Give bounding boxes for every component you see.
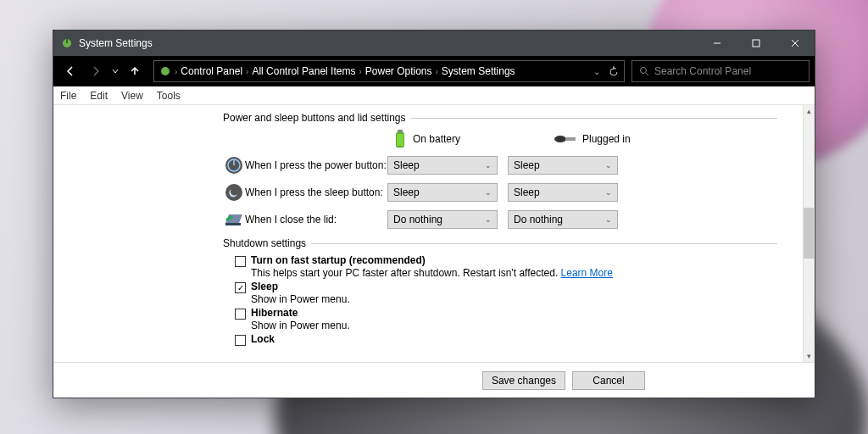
svg-line-8 xyxy=(646,73,648,75)
breadcrumb[interactable]: › Control Panel › All Control Panel Item… xyxy=(153,60,625,82)
chevron-down-icon: ⌄ xyxy=(485,215,492,224)
label-sleep: Sleep xyxy=(251,281,278,292)
link-learn-more[interactable]: Learn More xyxy=(561,267,613,279)
chevron-right-icon: › xyxy=(175,67,177,76)
scroll-thumb[interactable] xyxy=(804,208,814,259)
refresh-icon[interactable] xyxy=(609,66,619,76)
scroll-up-button[interactable]: ▴ xyxy=(804,105,815,117)
chevron-right-icon: › xyxy=(359,67,361,76)
save-button[interactable]: Save changes xyxy=(482,371,565,390)
menu-tools[interactable]: Tools xyxy=(157,90,181,102)
checkbox-sleep[interactable] xyxy=(235,282,246,293)
svg-rect-10 xyxy=(398,130,403,132)
menu-view[interactable]: View xyxy=(121,90,143,102)
svg-rect-1 xyxy=(66,39,68,43)
svg-rect-3 xyxy=(753,40,760,47)
menu-edit[interactable]: Edit xyxy=(90,90,108,102)
checkbox-lock[interactable] xyxy=(235,335,246,346)
window-title: System Settings xyxy=(79,37,153,49)
row-label-sleep: When I press the sleep button: xyxy=(245,186,387,198)
chevron-right-icon: › xyxy=(436,67,438,76)
desc-fast-startup: This helps start your PC faster after sh… xyxy=(251,267,558,279)
cancel-button[interactable]: Cancel xyxy=(572,371,645,390)
footer: Save changes Cancel xyxy=(53,362,815,398)
address-bar: › Control Panel › All Control Panel Item… xyxy=(53,56,815,86)
scrollbar[interactable]: ▴ ▾ xyxy=(803,105,815,362)
sleep-button-icon xyxy=(223,183,245,202)
chevron-down-icon[interactable]: ⌄ xyxy=(593,67,600,76)
menu-file[interactable]: File xyxy=(60,90,76,102)
crumb-3[interactable]: System Settings xyxy=(442,65,515,77)
select-power-plugged[interactable]: Sleep⌄ xyxy=(508,156,618,175)
chevron-down-icon: ⌄ xyxy=(605,188,612,197)
checkbox-hibernate[interactable] xyxy=(235,309,246,320)
select-lid-plugged[interactable]: Do nothing⌄ xyxy=(508,210,618,229)
chevron-down-icon: ⌄ xyxy=(485,161,492,170)
battery-icon xyxy=(392,129,408,149)
forward-button[interactable] xyxy=(84,59,108,83)
svg-point-12 xyxy=(554,136,566,142)
search-icon xyxy=(639,66,649,76)
power-button-icon xyxy=(223,156,245,175)
chevron-down-icon: ⌄ xyxy=(605,161,612,170)
svg-rect-11 xyxy=(397,134,403,146)
chevron-down-icon: ⌄ xyxy=(485,188,492,197)
crumb-1[interactable]: All Control Panel Items xyxy=(252,65,355,77)
svg-point-6 xyxy=(161,67,170,75)
group-title-shutdown: Shutdown settings xyxy=(223,237,306,249)
recent-dropdown[interactable] xyxy=(109,59,121,83)
select-sleep-battery[interactable]: Sleep⌄ xyxy=(387,183,498,202)
svg-rect-13 xyxy=(565,137,576,141)
svg-rect-18 xyxy=(225,223,241,225)
content-area: Power and sleep buttons and lid settings… xyxy=(53,105,803,362)
lid-icon xyxy=(223,211,245,228)
scroll-down-button[interactable]: ▾ xyxy=(804,350,815,362)
crumb-2[interactable]: Power Options xyxy=(365,65,432,77)
select-lid-battery[interactable]: Do nothing⌄ xyxy=(387,210,498,229)
svg-point-7 xyxy=(641,68,647,74)
up-button[interactable] xyxy=(123,59,147,83)
svg-point-17 xyxy=(225,184,242,201)
label-lock: Lock xyxy=(251,333,275,345)
search-input[interactable]: Search Control Panel xyxy=(632,60,810,82)
minimize-button[interactable] xyxy=(698,31,737,56)
col-battery: On battery xyxy=(413,133,460,145)
location-icon xyxy=(159,65,171,77)
col-plugged: Plugged in xyxy=(582,133,631,145)
select-power-battery[interactable]: Sleep⌄ xyxy=(387,156,498,175)
label-fast-startup: Turn on fast startup (recommended) xyxy=(251,254,426,266)
group-title-buttons: Power and sleep buttons and lid settings xyxy=(223,112,405,124)
checkbox-fast-startup[interactable] xyxy=(235,256,246,267)
close-button[interactable] xyxy=(776,31,815,56)
desc-sleep: Show in Power menu. xyxy=(251,293,777,305)
titlebar[interactable]: System Settings xyxy=(53,31,815,56)
back-button[interactable] xyxy=(58,59,82,83)
window: System Settings › Control Panel › All Co… xyxy=(53,30,815,398)
row-label-lid: When I close the lid: xyxy=(245,214,387,225)
search-placeholder: Search Control Panel xyxy=(654,65,751,77)
select-sleep-plugged[interactable]: Sleep⌄ xyxy=(508,183,618,202)
crumb-0[interactable]: Control Panel xyxy=(181,65,242,77)
plug-icon xyxy=(554,133,577,145)
row-label-power: When I press the power button: xyxy=(245,159,387,171)
chevron-right-icon: › xyxy=(246,67,248,76)
label-hibernate: Hibernate xyxy=(251,307,298,319)
desc-hibernate: Show in Power menu. xyxy=(251,320,777,331)
app-icon xyxy=(60,36,74,50)
menu-bar: File Edit View Tools xyxy=(53,86,815,105)
chevron-down-icon: ⌄ xyxy=(605,215,612,224)
maximize-button[interactable] xyxy=(737,31,776,56)
